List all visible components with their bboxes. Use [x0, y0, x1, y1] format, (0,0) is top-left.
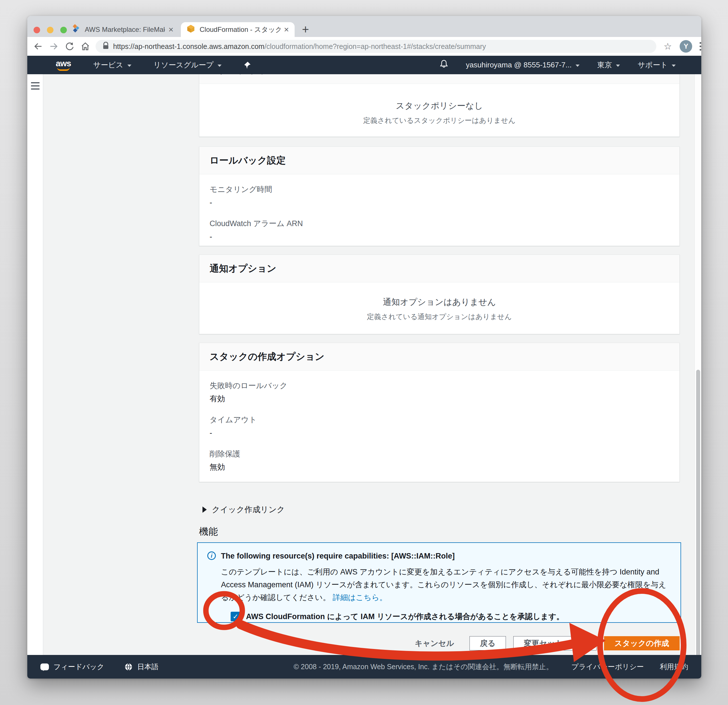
reload-icon[interactable]: [62, 42, 77, 51]
nav-region-label: 東京: [597, 60, 612, 70]
chevron-down-icon: [218, 65, 221, 67]
quick-create-link-expander[interactable]: クイック作成リンク: [202, 504, 285, 515]
tab-title: AWS Marketplace: FileMaker C: [85, 26, 165, 33]
bookmark-star-icon[interactable]: ☆: [664, 41, 672, 52]
tab-aws-marketplace[interactable]: AWS Marketplace: FileMaker C ×: [65, 22, 179, 37]
browser-address-bar: https://ap-northeast-1.console.aws.amazo…: [27, 37, 701, 56]
chevron-down-icon: [616, 65, 620, 67]
capabilities-heading: 機能: [199, 525, 218, 538]
close-tab-icon[interactable]: ×: [168, 25, 173, 34]
timeout-field: タイムアウト -: [209, 415, 669, 438]
nav-resource-groups-menu[interactable]: リソースグループ: [153, 60, 222, 70]
language-selector[interactable]: 日本語: [124, 662, 159, 672]
aws-logo[interactable]: aws: [56, 59, 71, 71]
create-change-set-button[interactable]: 変更セットの作成: [513, 636, 597, 650]
cancel-button[interactable]: キャンセル: [415, 638, 454, 649]
capabilities-box-text: このテンプレートには、ご利用の AWS アカウントに変更を加えるエンティティにア…: [221, 568, 666, 602]
stack-policy-card: スタックポリシー スタックポリシーなし 定義されているスタックポリシーはありませ…: [199, 74, 680, 137]
new-tab-button[interactable]: +: [302, 23, 309, 36]
quick-create-link-label: クイック作成リンク: [212, 504, 285, 515]
learn-more-link[interactable]: 詳細はこちら。: [332, 593, 387, 602]
termination-protection-field: 削除保護 無効: [209, 449, 669, 472]
notification-options-title: 通知オプション: [209, 263, 669, 274]
console-footer: フィードバック 日本語 © 2008 - 2019, Amazon Web Se…: [27, 655, 701, 679]
back-icon[interactable]: [30, 42, 46, 51]
field-value: 無効: [209, 462, 669, 472]
nav-services-label: サービス: [93, 60, 123, 70]
lock-icon: [103, 42, 109, 51]
url-text: https://ap-northeast-1.console.aws.amazo…: [113, 42, 486, 51]
marketplace-favicon-icon: [71, 24, 80, 35]
aws-console-navbar: aws サービス リソースグループ yasuhiroyama @ 8555-15…: [27, 56, 701, 74]
forward-icon[interactable]: [46, 42, 61, 51]
chevron-down-icon: [576, 65, 579, 67]
nav-resource-groups-label: リソースグループ: [153, 60, 214, 70]
close-tab-icon[interactable]: ×: [284, 25, 289, 34]
aws-smile-icon: [57, 67, 70, 71]
info-icon: i: [207, 552, 216, 560]
pin-icon[interactable]: [244, 61, 251, 69]
stack-creation-options-card: スタックの作成オプション 失敗時のロールバック 有効 タイムアウト - 削除保護…: [199, 343, 680, 482]
create-stack-button[interactable]: スタックの作成: [604, 636, 680, 650]
field-value: -: [209, 232, 669, 241]
field-value: -: [209, 198, 669, 207]
language-label: 日本語: [137, 662, 159, 672]
nav-account-label: yasuhiroyama @ 8555-1567-7...: [466, 61, 572, 69]
stack-summary-content: スタックポリシー スタックポリシーなし 定義されているスタックポリシーはありませ…: [43, 74, 695, 655]
field-label: モニタリング時間: [209, 185, 669, 194]
notification-empty-desc: 定義されている通知オプションはありません: [367, 312, 511, 321]
feedback-label: フィードバック: [53, 662, 104, 672]
close-window-button[interactable]: [33, 27, 40, 33]
browser-tab-strip: AWS Marketplace: FileMaker C × CloudForm…: [27, 16, 701, 37]
home-icon[interactable]: [77, 42, 93, 51]
hamburger-menu-icon[interactable]: [31, 82, 39, 92]
rollback-settings-card: ロールバック設定 モニタリング時間 - CloudWatch アラーム ARN …: [199, 146, 680, 246]
globe-icon: [124, 663, 133, 671]
monitoring-time-field: モニタリング時間 -: [209, 185, 669, 207]
nav-account-menu[interactable]: yasuhiroyama @ 8555-1567-7...: [466, 61, 579, 69]
speech-bubble-icon: [40, 663, 49, 670]
action-buttons: キャンセル 戻る 変更セットの作成 スタックの作成: [415, 636, 680, 650]
url-bar[interactable]: https://ap-northeast-1.console.aws.amazo…: [95, 40, 656, 53]
back-button[interactable]: 戻る: [469, 636, 506, 650]
notification-options-card: 通知オプション 通知オプションはありません 定義されている通知オプションはありま…: [199, 254, 680, 334]
scrollbar-track[interactable]: [695, 74, 701, 655]
field-label: 削除保護: [209, 449, 669, 459]
browser-profile-avatar[interactable]: Y: [680, 40, 692, 53]
nav-support-menu[interactable]: サポート: [638, 60, 676, 70]
copyright-text: © 2008 - 2019, Amazon Web Services, Inc.…: [294, 662, 553, 672]
triangle-right-icon: [202, 507, 207, 513]
stack-policy-empty-desc: 定義されているスタックポリシーはありません: [363, 116, 516, 125]
nav-region-menu[interactable]: 東京: [597, 60, 620, 70]
stack-policy-title-clipped: スタックポリシー: [209, 74, 669, 76]
scrollbar-thumb[interactable]: [696, 370, 700, 660]
field-label: タイムアウト: [209, 415, 669, 425]
minimize-window-button[interactable]: [47, 27, 53, 33]
field-label: CloudWatch アラーム ARN: [209, 219, 669, 228]
url-path: /cloudformation/home?region=ap-northeast…: [264, 42, 486, 51]
notifications-bell-icon[interactable]: [440, 59, 448, 71]
url-host: https://ap-northeast-1.console.aws.amazo…: [113, 42, 264, 51]
nav-services-menu[interactable]: サービス: [93, 60, 131, 70]
tab-title: CloudFormation - スタック: [199, 25, 280, 34]
stack-creation-options-title: スタックの作成オプション: [209, 351, 669, 362]
iam-acknowledge-label: AWS CloudFormation によって IAM リソースが作成される場合…: [246, 611, 564, 622]
capabilities-info-box: i The following resource(s) require capa…: [197, 542, 681, 623]
capabilities-box-title: The following resource(s) require capabi…: [221, 551, 455, 561]
rollback-on-failure-field: 失敗時のロールバック 有効: [209, 381, 669, 403]
browser-menu-icon[interactable]: [699, 42, 701, 51]
iam-acknowledge-checkbox[interactable]: ✓: [231, 612, 240, 621]
cloudwatch-alarm-arn-field: CloudWatch アラーム ARN -: [209, 219, 669, 241]
capabilities-box-body: このテンプレートには、ご利用の AWS アカウントに変更を加えるエンティティにア…: [221, 566, 670, 604]
cloudformation-favicon-icon: [186, 25, 195, 35]
collapsed-sidebar: [27, 74, 43, 655]
feedback-button[interactable]: フィードバック: [40, 662, 104, 672]
tab-cloudformation[interactable]: CloudFormation - スタック ×: [181, 22, 295, 37]
privacy-policy-link[interactable]: プライバシーポリシー: [571, 662, 644, 672]
terms-of-use-link[interactable]: 利用規約: [660, 662, 688, 672]
browser-window: AWS Marketplace: FileMaker C × CloudForm…: [27, 16, 701, 679]
nav-support-label: サポート: [638, 60, 668, 70]
chevron-down-icon: [672, 65, 676, 67]
aws-logo-text: aws: [56, 59, 71, 67]
field-value: -: [209, 428, 669, 438]
